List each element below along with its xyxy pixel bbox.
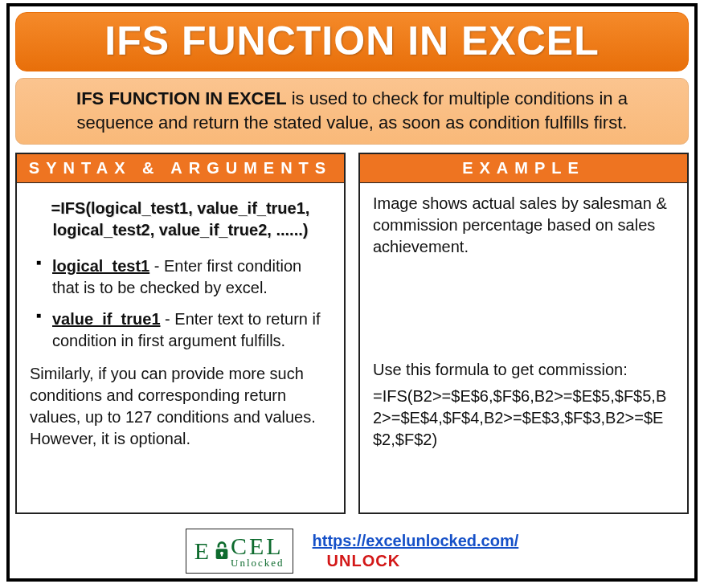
example-header: EXAMPLE	[360, 154, 687, 183]
example-spacer	[373, 263, 674, 359]
description-bar: IFS FUNCTION IN EXCEL is used to check f…	[15, 78, 689, 145]
footer-links: https://excelunlocked.com/ UNLOCK	[313, 532, 519, 570]
svg-rect-2	[221, 553, 223, 557]
title-bar: IFS FUNCTION IN EXCEL	[15, 12, 689, 71]
logo: E CEL Unlocked	[186, 529, 293, 574]
argument-name: logical_test1	[52, 257, 149, 275]
syntax-note: Similarly, if you can provide more such …	[30, 363, 331, 450]
example-formula-label: Use this formula to get commission:	[373, 359, 674, 381]
document-frame: IFS FUNCTION IN EXCEL IFS FUNCTION IN EX…	[6, 3, 698, 582]
logo-text-post: CEL	[231, 533, 284, 560]
argument-name: value_if_true1	[52, 310, 161, 328]
logo-main: E CEL Unlocked	[194, 533, 284, 570]
syntax-panel: SYNTAX & ARGUMENTS =IFS(logical_test1, v…	[15, 153, 346, 514]
syntax-formula: =IFS(logical_test1, value_if_true1, logi…	[30, 198, 331, 241]
description-lead: IFS FUNCTION IN EXCEL	[76, 88, 287, 108]
columns: SYNTAX & ARGUMENTS =IFS(logical_test1, v…	[15, 153, 689, 514]
site-link[interactable]: https://excelunlocked.com/	[313, 532, 519, 550]
page-title: IFS FUNCTION IN EXCEL	[104, 18, 599, 63]
logo-subtext: Unlocked	[231, 557, 284, 570]
unlock-label: UNLOCK	[327, 552, 519, 570]
argument-item: value_if_true1 - Enter text to return if…	[35, 308, 331, 352]
argument-list: logical_test1 - Enter first condition th…	[30, 255, 331, 352]
example-intro: Image shows actual sales by salesman & c…	[373, 193, 674, 258]
argument-item: logical_test1 - Enter first condition th…	[35, 255, 331, 299]
example-panel: EXAMPLE Image shows actual sales by sale…	[358, 153, 689, 514]
syntax-body: =IFS(logical_test1, value_if_true1, logi…	[17, 183, 344, 461]
example-formula: =IFS(B2>=$E$6,$F$6,B2>=$E$5,$F$5,B2>=$E$…	[373, 386, 674, 451]
example-body: Image shows actual sales by salesman & c…	[360, 183, 687, 467]
logo-text-pre: E	[194, 537, 211, 565]
syntax-header: SYNTAX & ARGUMENTS	[17, 154, 344, 183]
footer: E CEL Unlocked https://excelunlocked.com…	[10, 529, 694, 574]
padlock-icon	[211, 539, 232, 563]
